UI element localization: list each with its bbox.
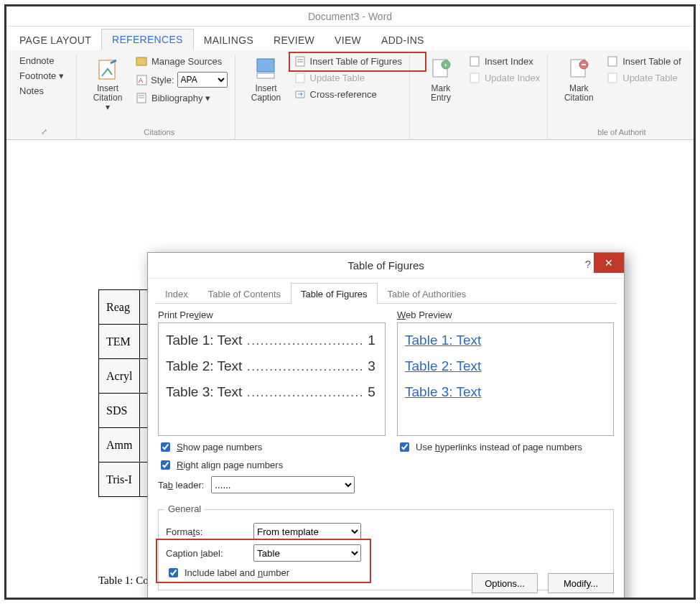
caption-label-label: Caption label: — [166, 548, 245, 559]
manage-sources-button[interactable]: Manage Sources — [133, 55, 230, 68]
svg-rect-1 — [136, 57, 146, 65]
ribbon-tabs: PAGE LAYOUT REFERENCES MAILINGS REVIEW V… — [6, 27, 694, 50]
svg-rect-17 — [470, 57, 479, 66]
insert-table-of-figures-button[interactable]: Insert Table of Figures — [291, 55, 405, 68]
table-cell[interactable]: Reag — [99, 290, 140, 325]
ribbon-tab-references[interactable]: REFERENCES — [101, 29, 194, 50]
formats-label: Formats: — [166, 526, 245, 537]
dialog-tab-toa[interactable]: Table of Authorities — [378, 283, 477, 304]
document-area[interactable]: Reag TEM Acryl SDS Amm Tris-I Table 1: C… — [6, 140, 694, 598]
show-notes-button[interactable]: Notes — [17, 85, 67, 97]
web-preview-label: Web Preview — [397, 310, 614, 320]
citation-icon — [95, 56, 121, 82]
caption-label-select[interactable]: Table — [253, 544, 361, 562]
dialog-tabs: Index Table of Contents Table of Figures… — [155, 283, 617, 304]
formats-select[interactable]: From template — [253, 523, 361, 540]
ribbon-tab-addins[interactable]: ADD-INS — [371, 30, 434, 50]
authorities-group-label: ble of Authorit — [559, 126, 683, 138]
svg-rect-8 — [257, 73, 274, 78]
insert-caption-button[interactable]: Insert Caption — [247, 55, 286, 104]
svg-rect-12 — [296, 73, 304, 83]
mark-entry-icon: + — [428, 56, 454, 82]
dialog-close-button[interactable]: ✕ — [594, 253, 624, 273]
table-cell[interactable]: TEM — [99, 325, 140, 359]
style-label: Style: — [151, 75, 174, 85]
insert-toa-button[interactable]: Insert Table of — [604, 55, 683, 68]
update-icon — [294, 72, 307, 84]
manage-sources-icon — [136, 55, 148, 68]
update-tof-button[interactable]: Update Table — [291, 71, 405, 85]
svg-rect-18 — [470, 73, 479, 83]
mark-entry-button[interactable]: + Mark Entry — [421, 55, 460, 104]
print-preview-box[interactable]: Table 1: Text ..........................… — [158, 322, 386, 436]
footnotes-launcher[interactable]: ⤢ — [17, 126, 72, 138]
tof-icon — [294, 55, 307, 68]
crossref-icon — [294, 88, 307, 101]
bibliography-icon — [136, 92, 148, 104]
style-icon: A — [136, 74, 148, 86]
cross-reference-button[interactable]: Cross-reference — [291, 88, 405, 101]
insert-endnote-button[interactable]: Endnote — [17, 55, 67, 67]
right-align-checkbox[interactable]: Right align page numbers — [158, 458, 386, 472]
citation-style-select[interactable]: APA — [177, 72, 228, 88]
update-toa-icon — [607, 72, 619, 84]
ribbon-tab-review[interactable]: REVIEW — [263, 30, 325, 50]
window-title: Document3 - Word — [6, 6, 694, 27]
tab-leader-label: Tab leader: — [158, 480, 204, 491]
citation-style-row: A Style: APA — [133, 71, 230, 88]
table-cell[interactable]: Tris-I — [99, 463, 140, 497]
show-page-numbers-checkbox[interactable]: Show page numbers — [158, 440, 386, 454]
svg-rect-23 — [608, 73, 617, 83]
insert-index-icon — [469, 55, 481, 68]
svg-text:A: A — [139, 77, 143, 84]
svg-rect-21 — [582, 64, 586, 65]
citations-group-label: Citations — [88, 126, 230, 138]
dialog-help-button[interactable]: ? — [585, 258, 591, 270]
dialog-tab-toc[interactable]: Table of Contents — [198, 283, 291, 304]
next-footnote-button[interactable]: Footnote ▾ — [17, 70, 67, 82]
dialog-tab-index[interactable]: Index — [155, 283, 198, 304]
mark-citation-button[interactable]: Mark Citation — [559, 55, 598, 104]
mark-citation-icon — [566, 56, 592, 82]
ribbon-tab-page-layout[interactable]: PAGE LAYOUT — [9, 30, 101, 50]
ribbon-tab-view[interactable]: VIEW — [325, 30, 371, 50]
bibliography-button[interactable]: Bibliography ▾ — [133, 91, 230, 105]
svg-text:+: + — [444, 62, 447, 69]
insert-index-button[interactable]: Insert Index — [466, 55, 543, 68]
insert-citation-button[interactable]: Insert Citation ▾ — [88, 55, 127, 114]
update-toa-button[interactable]: Update Table — [604, 71, 683, 85]
svg-rect-22 — [608, 57, 617, 66]
caption-icon — [253, 56, 279, 82]
svg-rect-7 — [257, 59, 274, 72]
table-cell[interactable]: Acryl — [99, 359, 140, 394]
print-preview-label: Print Preview — [158, 310, 386, 320]
table-cell[interactable]: Amm — [99, 428, 140, 463]
tab-leader-select[interactable]: ...... — [211, 476, 355, 493]
options-button[interactable]: Options... — [472, 573, 538, 593]
ribbon-tab-mailings[interactable]: MAILINGS — [194, 30, 263, 50]
modify-button[interactable]: Modify... — [548, 573, 614, 593]
table-cell[interactable]: SDS — [99, 394, 140, 428]
web-preview-box[interactable]: Table 1: Text Table 2: Text Table 3: Tex… — [397, 322, 614, 436]
dialog-tab-tof[interactable]: Table of Figures — [291, 283, 378, 304]
update-index-icon — [469, 72, 481, 84]
dialog-title: Table of Figures ? ✕ — [148, 253, 624, 279]
toa-icon — [607, 55, 619, 68]
ribbon: Endnote Footnote ▾ Notes ⤢ Insert Citati… — [6, 50, 694, 140]
general-legend: General — [164, 503, 205, 514]
use-hyperlinks-checkbox[interactable]: Use hyperlinks instead of page numbers — [397, 440, 614, 454]
table-of-figures-dialog: Table of Figures ? ✕ Index Table of Cont… — [147, 252, 625, 598]
update-index-button[interactable]: Update Index — [466, 71, 543, 85]
